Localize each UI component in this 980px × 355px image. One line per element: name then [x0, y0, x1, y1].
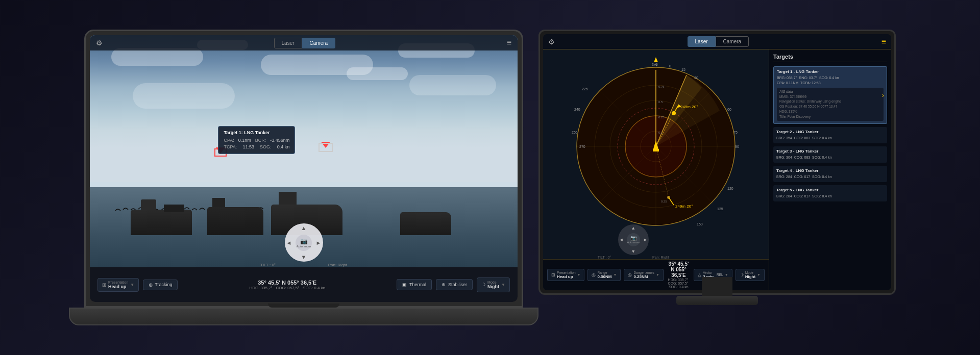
monitor-coords-sub: HDG: 335,7° COG: 057,5° SOG: 0.4 kn: [667, 278, 691, 289]
ptz-arrows: ▲ ▼ ◄ ►: [285, 223, 323, 262]
monitor-ptz-up[interactable]: ▲: [631, 225, 635, 231]
cpa-label: CPA:: [224, 137, 234, 144]
presentation-control[interactable]: ⊞ Presentation Head up ▼: [97, 278, 139, 292]
t1-tcpa-val: 12:53: [812, 81, 821, 85]
monitor-pan-label: Pan: Right: [652, 256, 669, 259]
svg-text:0.5: 0.5: [658, 100, 663, 104]
t1-sog-val: 0.4 kn: [829, 76, 839, 80]
monitor-range-control[interactable]: ◎ Range 0.50NM ▼: [587, 269, 621, 281]
target-1-ais: AIS data MMSI: 374499999 Navigation stat…: [777, 88, 884, 121]
laptop-menu-icon[interactable]: ≡: [507, 38, 511, 47]
monitor-gear-icon[interactable]: ⚙: [548, 38, 555, 46]
t5-sog-val: 0.4 kn: [822, 194, 832, 198]
target-item-4[interactable]: Target 4 - LNG Tanker BRG: 284 COG: 017 …: [773, 166, 887, 182]
monitor-ptz-left[interactable]: ◄: [619, 237, 624, 242]
t4-brg-label: BRG:: [776, 175, 786, 179]
monitor-cog: COG: 057,5°: [668, 282, 688, 285]
thermal-btn[interactable]: ▣ Thermal: [397, 279, 432, 290]
target-item-1[interactable]: Target 1 - LNG Tanker › BRG: 035.7° RNG:…: [773, 66, 887, 124]
svg-text:0.25: 0.25: [661, 200, 667, 203]
monitor-tab-group: Laser Camera: [688, 36, 749, 47]
cog-value: COG: 057,5°: [276, 286, 300, 290]
monitor-stand: [702, 277, 732, 297]
target-4-header: Target 4 - LNG Tanker: [776, 168, 884, 173]
monitor-topbar: ⚙ Laser Camera ≡: [543, 34, 891, 49]
monitor-danger-control[interactable]: ◎ Danger zones 0.25NM ▼: [624, 269, 663, 281]
ptz-up-arrow[interactable]: ▲: [301, 225, 307, 231]
t1-cpa-val: 0.11NM: [786, 81, 799, 85]
ptz-left-arrow[interactable]: ◄: [286, 240, 292, 246]
monitor-menu-icon[interactable]: ≡: [881, 37, 886, 46]
laptop-base: [69, 308, 538, 325]
laptop-laser-tab[interactable]: Laser: [274, 38, 302, 48]
t4-sog-val: 0.4 kn: [822, 175, 832, 179]
target-popup-row1: CPA: 0.1nm BCR: -3.456nm: [224, 137, 289, 144]
mode-btn[interactable]: ☽ Mode Night ▼: [477, 277, 510, 292]
monitor-coords: 35° 45,5' N 055° 36,5'E HDG: 335,7° COG:…: [667, 261, 691, 289]
thermal-icon: ▣: [402, 282, 407, 287]
ptz-info: TILT : 0° Pan: Right: [260, 263, 347, 267]
laptop-camera-tab[interactable]: Camera: [302, 38, 336, 48]
monitor-mode-control[interactable]: ☽ Mode Night ▼: [736, 269, 765, 281]
ais-mmsi: MMSI: 374499999: [779, 94, 881, 99]
radar-section: N: [543, 49, 769, 290]
sog-value: 0.4 kn: [277, 144, 290, 150]
target-1-data: BRG: 035.7° RNG: 03.7° SOG: 0.4 kn: [777, 75, 884, 81]
t2-sog-label: SOG:: [812, 136, 822, 140]
t1-brg-val: 035.7°: [787, 76, 797, 80]
target-item-2[interactable]: Target 2 - LNG Tanker BRG: 354 COG: 083 …: [773, 127, 887, 143]
svg-text:0.1: 0.1: [658, 131, 663, 134]
ais-title: Title: Polar Discovery: [779, 114, 881, 119]
target-item-3[interactable]: Target 3 - LNG Tanker BRG: 304 COG: 083 …: [773, 146, 887, 163]
svg-text:345: 345: [652, 63, 658, 66]
monitor-mode-icon: ☽: [740, 272, 744, 277]
monitor-ptz-down[interactable]: ▼: [631, 249, 635, 254]
monitor-camera-tab[interactable]: Camera: [716, 36, 749, 47]
target-item-5[interactable]: Target 5 - LNG Tanker BRG: 284 COG: 017 …: [773, 185, 887, 201]
tcpa-label: TCPA:: [224, 144, 237, 150]
ais-label: AIS data: [779, 90, 881, 93]
ptz-circle[interactable]: ▲ ▼ ◄ ► 📷 Auto zoom: [285, 223, 323, 262]
monitor-presentation-label: Presentation: [557, 271, 576, 274]
ptz-down-arrow[interactable]: ▼: [301, 254, 307, 260]
laptop-notch: [268, 303, 339, 308]
presentation-chevron: ▼: [130, 283, 134, 287]
monitor-mode-text: Mode Night: [745, 271, 755, 279]
ais-data-rows: MMSI: 374499999 Navigation status: Under…: [779, 94, 881, 119]
monitor-hdg: HDG: 335,7°: [668, 278, 689, 282]
t4-cog-val: 017: [804, 175, 810, 179]
ais-hdg: HDG: 335%: [779, 109, 881, 114]
svg-text:249m 20°: 249m 20°: [680, 105, 698, 109]
ais-os-position: OS Position: 37.40 55.56 N-0677 13.47: [779, 104, 881, 109]
t2-cog-label: COG:: [794, 136, 804, 140]
presentation-text: Presentation Head up: [108, 281, 128, 289]
monitor-range-icon: ◎: [592, 272, 596, 277]
t5-brg-label: BRG:: [776, 194, 786, 198]
target-3-header: Target 3 - LNG Tanker: [776, 149, 884, 154]
monitor-coords-main: 35° 45,5' N 055° 36,5'E: [667, 261, 691, 278]
t5-brg-val: 284: [786, 194, 792, 198]
t1-rng-label: RNG:: [799, 76, 808, 80]
t1-brg-label: BRG:: [777, 76, 787, 80]
laptop-gear-icon[interactable]: ⚙: [96, 39, 103, 47]
t4-cog-label: COG:: [794, 175, 804, 179]
t5-cog-val: 017: [804, 194, 810, 198]
t5-sog-label: SOG:: [812, 194, 822, 198]
target-4-name: Target 4 - LNG Tanker: [776, 168, 818, 173]
ship-2: [207, 207, 263, 235]
monitor-presentation-control[interactable]: ⊞ Presentation Head up ▼: [547, 269, 584, 281]
tracking-btn[interactable]: ⊕ Tracking: [143, 280, 178, 290]
monitor-laser-tab[interactable]: Laser: [688, 36, 716, 47]
svg-text:0.75: 0.75: [658, 85, 665, 88]
stabiliser-btn[interactable]: ⊕ Stabiliser: [436, 279, 473, 290]
svg-text:30: 30: [694, 76, 698, 80]
stabiliser-label: Stabiliser: [448, 282, 467, 287]
monitor-ptz-right[interactable]: ►: [643, 237, 648, 242]
ship-1: [131, 210, 192, 235]
monitor-content: N: [543, 49, 891, 290]
ptz-pan-label: Pan: Right: [328, 263, 347, 267]
ptz-right-arrow[interactable]: ►: [316, 240, 322, 246]
target-2-box: [318, 143, 333, 152]
monitor-ptz-circle[interactable]: ▲ ▼ ◄ ► 📷 Auto zoom: [618, 224, 649, 255]
monitor-ptz-arrows: ▲ ▼ ◄ ►: [618, 224, 649, 255]
